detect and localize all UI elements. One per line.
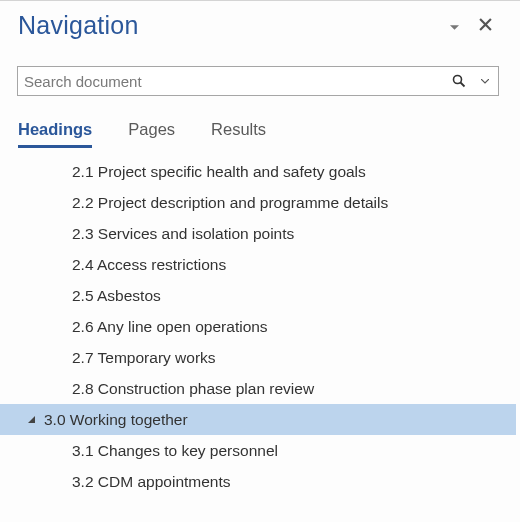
- heading-item[interactable]: 3.1 Changes to key personnel: [0, 435, 516, 466]
- heading-item[interactable]: 3.2 CDM appointments: [0, 466, 516, 497]
- search-container: [17, 66, 499, 96]
- svg-point-0: [454, 76, 462, 84]
- heading-item[interactable]: 2.6 Any line open operations: [0, 311, 516, 342]
- search-buttons: [446, 67, 498, 95]
- search-dropdown-button[interactable]: [472, 67, 498, 95]
- headings-tree: 2.1 Project specific health and safety g…: [0, 156, 516, 497]
- tab-results[interactable]: Results: [211, 120, 266, 148]
- heading-label: 2.3 Services and isolation points: [72, 226, 294, 242]
- search-icon: [452, 74, 466, 88]
- heading-label: 2.5 Asbestos: [72, 288, 161, 304]
- close-icon: [479, 18, 492, 31]
- heading-label: 2.8 Construction phase plan review: [72, 381, 314, 397]
- heading-item[interactable]: 2.3 Services and isolation points: [0, 218, 516, 249]
- search-submit-button[interactable]: [446, 67, 472, 95]
- svg-line-1: [461, 83, 465, 87]
- navigation-pane: Navigation: [0, 0, 520, 522]
- caret-expanded-icon: [27, 415, 36, 424]
- panel-close-button[interactable]: [469, 13, 502, 38]
- heading-label: 3.0 Working together: [44, 412, 188, 428]
- heading-item[interactable]: 2.5 Asbestos: [0, 280, 516, 311]
- heading-label: 2.2 Project description and programme de…: [72, 195, 388, 211]
- heading-label: 2.4 Access restrictions: [72, 257, 226, 273]
- heading-item[interactable]: 2.4 Access restrictions: [0, 249, 516, 280]
- heading-label: 3.1 Changes to key personnel: [72, 443, 278, 459]
- heading-item-selected[interactable]: 3.0 Working together: [0, 404, 516, 435]
- panel-menu-button[interactable]: [440, 13, 469, 38]
- heading-label: 2.1 Project specific health and safety g…: [72, 164, 366, 180]
- heading-item[interactable]: 2.8 Construction phase plan review: [0, 373, 516, 404]
- heading-item[interactable]: 2.7 Temporary works: [0, 342, 516, 373]
- heading-item[interactable]: 2.2 Project description and programme de…: [0, 187, 516, 218]
- heading-item[interactable]: 2.1 Project specific health and safety g…: [0, 156, 516, 187]
- panel-header: Navigation: [0, 1, 516, 48]
- heading-label: 3.2 CDM appointments: [72, 474, 231, 490]
- panel-title: Navigation: [18, 11, 440, 40]
- tab-pages[interactable]: Pages: [128, 120, 175, 148]
- tab-strip: Headings Pages Results: [18, 120, 516, 148]
- heading-label: 2.6 Any line open operations: [72, 319, 268, 335]
- search-input[interactable]: [17, 66, 499, 96]
- chevron-down-icon: [450, 25, 459, 31]
- heading-label: 2.7 Temporary works: [72, 350, 216, 366]
- chevron-down-icon: [481, 79, 489, 84]
- tab-headings[interactable]: Headings: [18, 120, 92, 148]
